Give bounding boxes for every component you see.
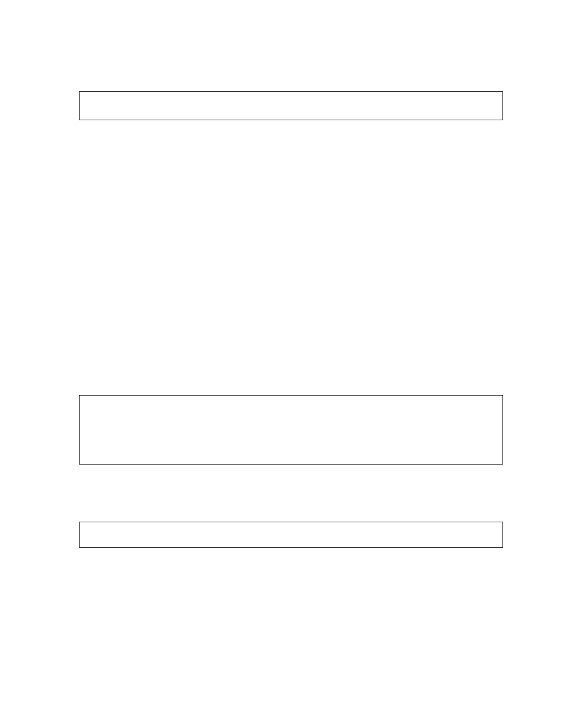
- empty-box-1: [79, 91, 503, 120]
- empty-box-3: [79, 522, 503, 548]
- document-page: [0, 0, 562, 728]
- empty-box-2: [79, 395, 503, 465]
